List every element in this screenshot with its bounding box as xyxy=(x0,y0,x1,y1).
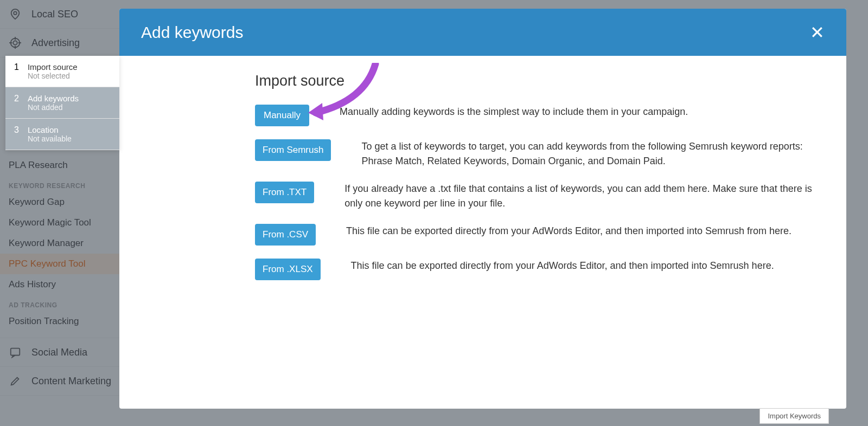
option-row-csv: From .CSV This file can be exported dire… xyxy=(255,224,830,246)
from-txt-button[interactable]: From .TXT xyxy=(255,182,314,203)
option-desc: To get a list of keywords to target, you… xyxy=(361,139,830,169)
from-csv-button[interactable]: From .CSV xyxy=(255,224,316,246)
section-title: Import source xyxy=(255,73,830,89)
step-title: Import source xyxy=(28,62,78,72)
option-row-manually: Manually Manually adding keywords is the… xyxy=(255,105,830,126)
wizard-step-1[interactable]: 1 Import source Not selected xyxy=(5,56,119,87)
step-number: 2 xyxy=(14,94,19,112)
modal-content: Import source Manually Manually adding k… xyxy=(255,73,830,293)
step-title: Location xyxy=(28,125,72,134)
step-number: 3 xyxy=(14,125,19,143)
step-number: 1 xyxy=(14,62,19,80)
option-desc: This file can be exported directly from … xyxy=(346,224,830,238)
option-row-txt: From .TXT If you already have a .txt fil… xyxy=(255,182,830,211)
option-desc: This file can be exported directly from … xyxy=(351,259,830,273)
option-row-xlsx: From .XLSX This file can be exported dir… xyxy=(255,259,830,280)
wizard-steps: 1 Import source Not selected 2 Add keywo… xyxy=(5,56,119,150)
close-icon[interactable]: ✕ xyxy=(810,22,825,43)
option-desc: Manually adding keywords is the simplest… xyxy=(340,105,830,119)
step-title: Add keywords xyxy=(28,94,79,103)
step-subtitle: Not available xyxy=(28,134,72,143)
modal-header: Add keywords ✕ xyxy=(119,9,846,56)
step-subtitle: Not selected xyxy=(28,72,78,80)
manually-button[interactable]: Manually xyxy=(255,105,309,126)
wizard-step-2[interactable]: 2 Add keywords Not added xyxy=(5,87,119,119)
from-xlsx-button[interactable]: From .XLSX xyxy=(255,259,321,280)
from-semrush-button[interactable]: From Semrush xyxy=(255,139,331,161)
modal-title: Add keywords xyxy=(141,23,243,42)
option-desc: If you already have a .txt file that con… xyxy=(344,182,830,211)
step-subtitle: Not added xyxy=(28,103,79,112)
option-row-semrush: From Semrush To get a list of keywords t… xyxy=(255,139,830,169)
add-keywords-modal: Add keywords ✕ Import source Manually Ma… xyxy=(119,9,846,409)
wizard-step-3[interactable]: 3 Location Not available xyxy=(5,119,119,150)
import-keywords-button[interactable]: Import Keywords xyxy=(760,408,829,424)
